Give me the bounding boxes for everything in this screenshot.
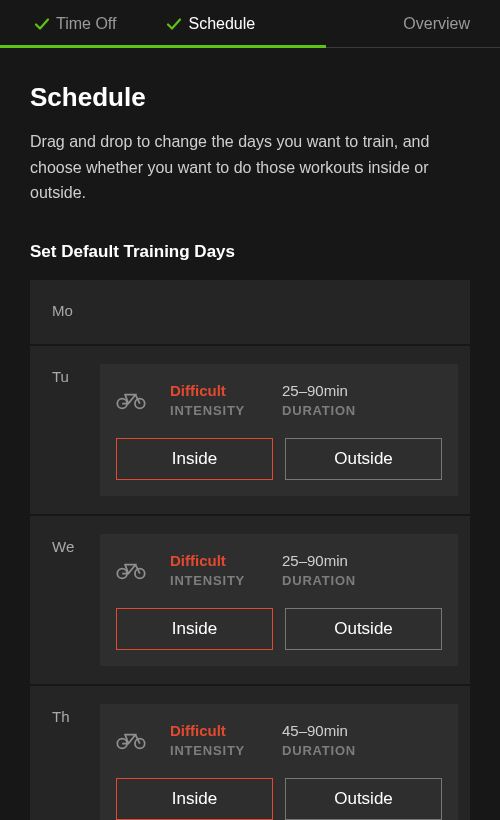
location-toggle: Inside Outside	[116, 608, 442, 650]
section-title: Set Default Training Days	[30, 242, 470, 262]
bike-icon	[116, 390, 170, 410]
intensity-col: Difficult INTENSITY	[170, 382, 282, 418]
day-label: Tu	[30, 346, 100, 385]
tab-label: Schedule	[188, 15, 255, 33]
tab-underline	[0, 45, 326, 48]
intensity-label: INTENSITY	[170, 743, 282, 758]
check-icon	[34, 16, 50, 32]
day-card[interactable]: Difficult INTENSITY 25–90min DURATION In…	[100, 534, 458, 666]
difficulty-value: Difficult	[170, 382, 282, 399]
day-row-we[interactable]: We Difficult INTENSITY 25–90min DURATION	[30, 516, 470, 684]
difficulty-value: Difficult	[170, 552, 282, 569]
inside-button[interactable]: Inside	[116, 608, 273, 650]
check-icon	[166, 16, 182, 32]
location-toggle: Inside Outside	[116, 438, 442, 480]
intensity-label: INTENSITY	[170, 573, 282, 588]
svg-point-1	[135, 398, 145, 408]
duration-label: DURATION	[282, 403, 356, 418]
inside-button[interactable]: Inside	[116, 438, 273, 480]
tab-label: Time Off	[56, 15, 116, 33]
duration-value: 25–90min	[282, 552, 356, 569]
tab-overview[interactable]: Overview	[285, 0, 500, 47]
intensity-label: INTENSITY	[170, 403, 282, 418]
days-list: Mo Tu Difficult INTENSITY 25	[30, 280, 470, 820]
day-row-mo[interactable]: Mo	[30, 280, 470, 344]
card-top: Difficult INTENSITY 25–90min DURATION	[116, 552, 442, 588]
duration-value: 25–90min	[282, 382, 356, 399]
tab-schedule[interactable]: Schedule	[136, 0, 285, 47]
content: Schedule Drag and drop to change the day…	[0, 48, 500, 820]
day-card[interactable]: Difficult INTENSITY 45–90min DURATION In…	[100, 704, 458, 820]
day-label: Th	[30, 686, 100, 725]
page-title: Schedule	[30, 82, 470, 113]
duration-col: 25–90min DURATION	[282, 382, 356, 418]
difficulty-value: Difficult	[170, 722, 282, 739]
duration-col: 45–90min DURATION	[282, 722, 356, 758]
intensity-col: Difficult INTENSITY	[170, 552, 282, 588]
outside-button[interactable]: Outside	[285, 608, 442, 650]
day-label: Mo	[30, 280, 100, 319]
duration-value: 45–90min	[282, 722, 356, 739]
duration-col: 25–90min DURATION	[282, 552, 356, 588]
inside-button[interactable]: Inside	[116, 778, 273, 820]
duration-label: DURATION	[282, 743, 356, 758]
day-row-tu[interactable]: Tu Difficult INTENSITY 25–90min DURATION	[30, 346, 470, 514]
card-top: Difficult INTENSITY 45–90min DURATION	[116, 722, 442, 758]
bike-icon	[116, 730, 170, 750]
card-top: Difficult INTENSITY 25–90min DURATION	[116, 382, 442, 418]
tab-label: Overview	[403, 15, 470, 33]
intensity-col: Difficult INTENSITY	[170, 722, 282, 758]
page-description: Drag and drop to change the days you wan…	[30, 129, 470, 206]
svg-point-3	[135, 568, 145, 578]
location-toggle: Inside Outside	[116, 778, 442, 820]
outside-button[interactable]: Outside	[285, 438, 442, 480]
day-row-th[interactable]: Th Difficult INTENSITY 45–90min DURATION	[30, 686, 470, 820]
svg-point-5	[135, 738, 145, 748]
tab-time-off[interactable]: Time Off	[0, 0, 136, 47]
outside-button[interactable]: Outside	[285, 778, 442, 820]
tab-bar: Time Off Schedule Overview	[0, 0, 500, 48]
day-label: We	[30, 516, 100, 555]
bike-icon	[116, 560, 170, 580]
day-card[interactable]: Difficult INTENSITY 25–90min DURATION In…	[100, 364, 458, 496]
duration-label: DURATION	[282, 573, 356, 588]
